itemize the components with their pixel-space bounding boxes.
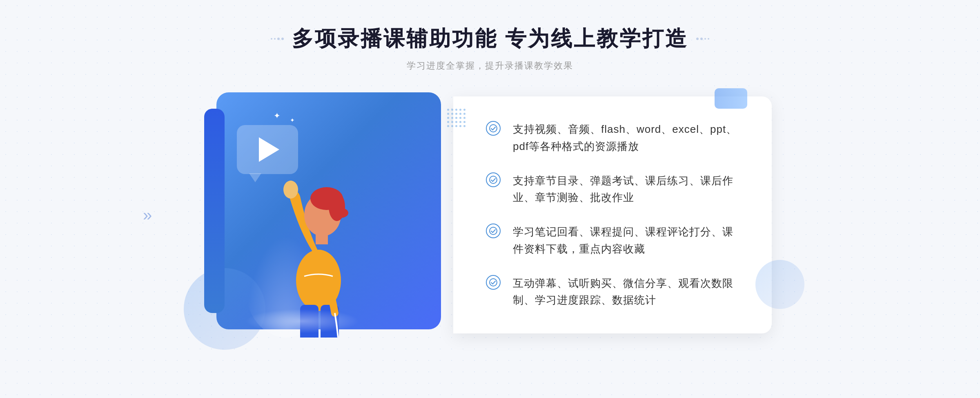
feature-item-2: 支持章节目录、弹题考试、课后练习、课后作业、章节测验、批改作业 <box>486 172 739 206</box>
main-title: 多项录播课辅助功能 专为线上教学打造 <box>292 25 688 53</box>
header-section: 多项录播课辅助功能 专为线上教学打造 学习进度全掌握，提升录播课教学效果 <box>271 25 709 72</box>
feature-item-3: 学习笔记回看、课程提问、课程评论打分、课件资料下载，重点内容收藏 <box>486 224 739 257</box>
deco-dots-right <box>696 38 709 40</box>
figure-illustration <box>237 125 400 338</box>
svg-rect-7 <box>316 232 328 244</box>
card-accent-bar <box>204 109 225 313</box>
svg-rect-2 <box>288 181 293 193</box>
check-icon-1 <box>486 121 501 136</box>
check-icon-2 <box>486 172 501 187</box>
deco-circle-small <box>755 260 804 309</box>
deco-dot <box>281 38 284 40</box>
feature-text-1: 支持视频、音频、flash、word、excel、ppt、pdf等各种格式的资源… <box>513 121 739 155</box>
glow-effect <box>245 309 359 333</box>
deco-dot <box>696 38 699 40</box>
deco-dot <box>704 38 706 40</box>
sparkle-icon-2: ✦ <box>290 117 295 123</box>
svg-point-12 <box>490 125 497 132</box>
panel-top-decoration <box>715 88 747 109</box>
subtitle: 学习进度全掌握，提升录播课教学效果 <box>271 60 709 72</box>
deco-dot <box>271 38 272 40</box>
content-wrapper: » <box>102 92 878 338</box>
svg-point-14 <box>490 227 497 235</box>
check-icon-4 <box>486 275 501 290</box>
feature-text-3: 学习笔记回看、课程提问、课程评论打分、课件资料下载，重点内容收藏 <box>513 224 739 257</box>
sparkle-icon-1: ✦ <box>274 111 281 121</box>
header-decoration: 多项录播课辅助功能 专为线上教学打造 <box>271 25 709 53</box>
svg-point-13 <box>490 176 497 183</box>
page-wrapper: 多项录播课辅助功能 专为线上教学打造 学习进度全掌握，提升录播课教学效果 » <box>0 0 980 398</box>
left-chevron-icon[interactable]: » <box>143 206 152 224</box>
features-panel: 支持视频、音频、flash、word、excel、ppt、pdf等各种格式的资源… <box>453 96 772 333</box>
illustration-card: ✦ ✦ <box>204 92 457 338</box>
deco-dot <box>274 38 276 40</box>
deco-dot <box>708 38 709 40</box>
deco-stripes <box>447 109 466 129</box>
check-icon-3 <box>486 224 501 238</box>
svg-point-15 <box>490 279 497 286</box>
feature-item-1: 支持视频、音频、flash、word、excel、ppt、pdf等各种格式的资源… <box>486 121 739 155</box>
feature-text-2: 支持章节目录、弹题考试、课后练习、课后作业、章节测验、批改作业 <box>513 172 739 206</box>
svg-point-6 <box>334 208 348 218</box>
deco-dot <box>277 38 280 40</box>
feature-text-4: 互动弹幕、试听购买、微信分享、观看次数限制、学习进度跟踪、数据统计 <box>513 275 739 309</box>
feature-item-4: 互动弹幕、试听购买、微信分享、观看次数限制、学习进度跟踪、数据统计 <box>486 275 739 309</box>
deco-dots-left <box>271 38 284 40</box>
deco-dot <box>700 38 703 40</box>
